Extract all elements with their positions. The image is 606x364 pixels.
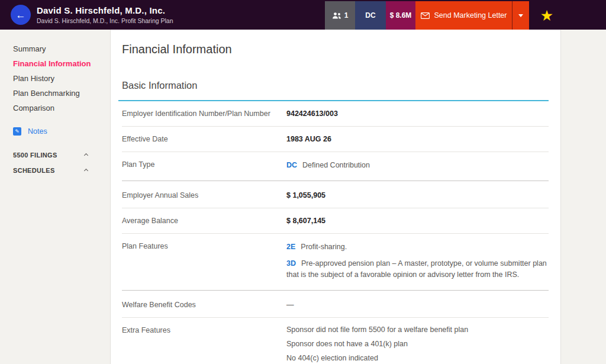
plan-code: 3D <box>286 259 296 268</box>
row-label: Effective Date <box>122 134 286 144</box>
table-row: Employer Annual Sales$ 1,055,905 <box>122 181 549 208</box>
table-row: Extra FeaturesSponsor did not file form … <box>122 317 549 364</box>
row-label: Plan Type <box>122 160 286 171</box>
plan-code-line: 3DPre-approved pension plan – A master, … <box>286 258 549 281</box>
row-label: Extra Features <box>122 326 286 364</box>
company-title: David S. Hirschfeld, M.D., Inc. <box>37 5 173 15</box>
back-arrow-icon: ← <box>16 10 26 20</box>
plan-code: DC <box>286 161 297 169</box>
sidebar-section-label: 5500 FILINGS <box>13 152 57 159</box>
row-label: Employer Annual Sales <box>122 191 286 200</box>
participants-count: 1 <box>344 11 349 20</box>
sidebar: SummaryFinancial InformationPlan History… <box>0 30 110 364</box>
section-title: Basic Information <box>122 80 549 91</box>
envelope-icon <box>421 12 430 19</box>
row-value: $ 1,055,905 <box>286 191 549 200</box>
table-row: Average Balance$ 8,607,145 <box>122 208 549 233</box>
sidebar-section-label: SCHEDULES <box>13 167 55 174</box>
extra-feature-item: Sponsor does not have a 401(k) plan <box>286 340 549 349</box>
extra-feature-item: Sponsor did not file form 5500 for a wel… <box>286 326 549 334</box>
plan-code: 2E <box>286 243 295 251</box>
plan-code-description: Profit-sharing. <box>301 243 347 251</box>
send-letter-group: Send Marketing Letter <box>415 1 529 30</box>
sidebar-item-financial-information[interactable]: Financial Information <box>13 60 110 67</box>
plan-code-description: Pre-approved pension plan – A master, pr… <box>286 259 547 279</box>
table-row: Plan Features2EProfit-sharing.3DPre-appr… <box>122 233 549 288</box>
row-value: 2EProfit-sharing.3DPre-approved pension … <box>286 241 549 281</box>
row-label: Average Balance <box>122 216 286 226</box>
row-value: $ 8,607,145 <box>286 216 549 226</box>
row-value-text: $ 8,607,145 <box>286 217 325 225</box>
row-value: 1983 AUG 26 <box>286 134 549 144</box>
assets-badge-label: $ 8.6M <box>390 11 412 20</box>
edit-icon: ✎ <box>13 127 21 136</box>
row-label: Employer Identification Number/Plan Numb… <box>122 109 286 118</box>
page-body: SummaryFinancial InformationPlan History… <box>0 30 606 364</box>
row-label: Welfare Benefit Codes <box>122 300 286 310</box>
table-row: Employer Identification Number/Plan Numb… <box>122 101 549 126</box>
send-letter-label: Send Marketing Letter <box>434 11 507 20</box>
notes-label: Notes <box>28 127 47 136</box>
plan-type-badge-label: DC <box>365 11 375 20</box>
plan-code-description: Defined Contribution <box>302 161 370 169</box>
sidebar-item-comparison[interactable]: Comparison <box>13 104 110 112</box>
caret-down-icon <box>518 14 523 17</box>
plan-type-badge[interactable]: DC <box>355 1 386 30</box>
sidebar-item-plan-benchmarking[interactable]: Plan Benchmarking <box>13 89 110 97</box>
row-value: — <box>286 300 549 310</box>
sidebar-section-5500-filings[interactable]: 5500 FILINGS <box>13 152 110 159</box>
info-table: Employer Identification Number/Plan Numb… <box>122 101 549 364</box>
favorite-star-icon[interactable]: ★ <box>540 8 553 23</box>
sidebar-item-plan-history[interactable]: Plan History <box>13 75 110 82</box>
row-value-text: 1983 AUG 26 <box>286 135 331 143</box>
row-value: 942424613/003 <box>286 109 549 118</box>
sidebar-section-schedules[interactable]: SCHEDULES <box>13 167 110 174</box>
send-letter-dropdown-button[interactable] <box>512 1 529 30</box>
page-title: Financial Information <box>122 43 549 56</box>
header-actions: 1 DC $ 8.6M Send Marketing Letter ★ <box>325 1 565 30</box>
row-label: Plan Features <box>122 241 286 281</box>
table-row: Effective Date1983 AUG 26 <box>122 126 549 152</box>
row-value: Sponsor did not file form 5500 for a wel… <box>286 326 549 364</box>
row-value-text: — <box>286 301 294 309</box>
page-background <box>561 30 606 364</box>
extra-feature-item: No 404(c) election indicated <box>286 354 549 363</box>
sidebar-nav-list: SummaryFinancial InformationPlan History… <box>13 45 110 112</box>
sidebar-section-list: 5500 FILINGSSCHEDULES <box>13 152 110 174</box>
send-marketing-letter-button[interactable]: Send Marketing Letter <box>415 1 512 30</box>
plan-subtitle: David S. Hirschfeld, M.D., Inc. Profit S… <box>37 17 173 24</box>
favorite-star-container: ★ <box>529 1 565 30</box>
plan-code-line: 2EProfit-sharing. <box>286 241 549 253</box>
back-button[interactable]: ← <box>11 5 31 25</box>
top-header: ← David S. Hirschfeld, M.D., Inc. David … <box>0 0 606 30</box>
chevron-up-icon <box>84 153 88 157</box>
content-card: Financial Information Basic Information … <box>110 30 561 364</box>
chevron-up-icon <box>84 168 88 172</box>
header-title-block: David S. Hirschfeld, M.D., Inc. David S.… <box>37 5 173 24</box>
sidebar-item-summary[interactable]: Summary <box>13 45 110 53</box>
table-row: Welfare Benefit Codes— <box>122 290 549 317</box>
row-value: DCDefined Contribution <box>286 160 549 171</box>
participants-badge[interactable]: 1 <box>325 1 355 30</box>
row-value-text: $ 1,055,905 <box>286 191 325 199</box>
people-icon <box>332 12 341 19</box>
plan-code-line: DCDefined Contribution <box>286 160 549 171</box>
sidebar-item-notes[interactable]: ✎ Notes <box>13 127 110 136</box>
row-value-text: 942424613/003 <box>286 109 338 118</box>
table-row: Plan TypeDCDefined Contribution <box>122 152 549 179</box>
assets-badge[interactable]: $ 8.6M <box>386 1 415 30</box>
